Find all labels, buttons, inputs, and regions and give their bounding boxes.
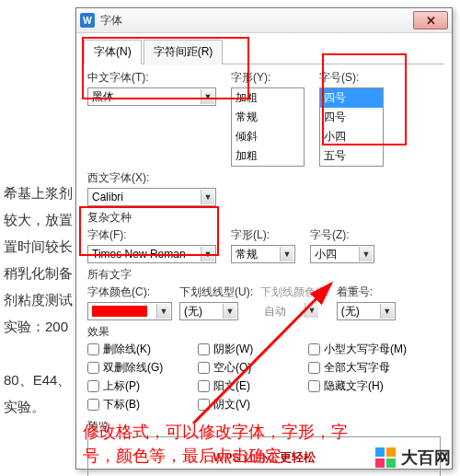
chk-shadow[interactable]: 阴影(W)	[198, 342, 308, 357]
logo-icon	[375, 447, 396, 468]
emphasis-combo[interactable]: (无) ▼	[337, 302, 396, 320]
complex-size-value: 小四	[315, 247, 337, 262]
chevron-down-icon: ▼	[201, 247, 214, 261]
chk-strike[interactable]: 删除线(K)	[87, 342, 198, 357]
chk-dblstrike[interactable]: 双删除线(G)	[87, 360, 198, 376]
size-opt-0[interactable]: 四号	[320, 108, 383, 127]
chk-superscript[interactable]: 上标(P)	[87, 378, 198, 394]
style-opt-3[interactable]: 加粗	[232, 146, 304, 166]
chevron-down-icon: ▼	[305, 303, 318, 318]
font-dialog: W 字体 ✕ 字体(N) 字符间距(R) 中文字体(T): 黑体 ▼ 字形(Y)…	[75, 7, 453, 470]
western-font-combo[interactable]: Calibri ▼	[87, 188, 216, 206]
chk-engrave[interactable]: 阴文(V)	[198, 397, 308, 412]
annotation-text: 修改格式，可以修改字体，字形，字 号，颜色等，最后点击确定	[83, 420, 377, 468]
chinese-font-value: 黑体	[92, 89, 114, 105]
complex-style-combo[interactable]: 常规 ▼	[231, 245, 295, 263]
section-all-text: 所有文字	[87, 267, 441, 283]
chevron-down-icon: ▼	[201, 190, 214, 204]
dialog-titlebar: W 字体 ✕	[76, 8, 452, 33]
underline-style-combo[interactable]: (无) ▼	[179, 302, 238, 320]
chk-subscript[interactable]: 下标(B)	[87, 397, 198, 412]
font-color-combo[interactable]: ▼	[87, 302, 172, 320]
label-complex-style: 字形(L):	[231, 227, 295, 243]
section-complex: 复杂文种	[87, 210, 441, 226]
tab-spacing[interactable]: 字符间距(R)	[144, 40, 224, 64]
effects-grid: 删除线(K) 阴影(W) 小型大写字母(M) 双删除线(G) 空心(O) 全部大…	[87, 342, 441, 415]
complex-size-combo[interactable]: 小四 ▼	[310, 245, 374, 263]
site-logo: 大百网	[375, 447, 451, 469]
chk-hidden[interactable]: 隐藏文字(H)	[308, 378, 419, 394]
label-chinese-font: 中文字体(T):	[87, 70, 216, 86]
emphasis-value: (无)	[341, 304, 360, 319]
section-effects: 效果	[87, 324, 441, 340]
logo-text: 大百网	[401, 447, 451, 469]
chinese-font-combo[interactable]: 黑体 ▼	[87, 87, 216, 106]
chk-emboss[interactable]: 阳文(E)	[198, 378, 308, 394]
label-font-style: 字形(Y):	[231, 70, 305, 86]
label-complex-font: 字体(F):	[87, 227, 216, 243]
chevron-down-icon: ▼	[359, 247, 373, 261]
font-style-list[interactable]: 加粗 常规 倾斜 加粗	[231, 87, 305, 167]
style-opt-1[interactable]: 常规	[232, 108, 304, 127]
label-underline-style: 下划线线型(U):	[179, 284, 253, 300]
size-selected[interactable]: 四号	[320, 88, 383, 108]
close-icon: ✕	[426, 14, 436, 28]
label-font-size: 字号(S):	[319, 70, 384, 86]
underline-color-value: 自动	[264, 304, 286, 319]
label-complex-size: 字号(Z):	[310, 227, 374, 243]
size-opt-2[interactable]: 五号	[320, 146, 383, 166]
label-font-color: 字体颜色(C):	[87, 284, 172, 300]
complex-font-combo[interactable]: Times New Roman ▼	[87, 245, 216, 263]
chevron-down-icon: ▼	[223, 304, 236, 319]
label-emphasis: 着重号:	[337, 284, 396, 300]
dialog-title: 字体	[100, 13, 413, 29]
chk-smallcaps[interactable]: 小型大写字母(M)	[308, 342, 419, 357]
size-opt-1[interactable]: 小四	[320, 127, 383, 146]
tab-font[interactable]: 字体(N)	[84, 40, 142, 64]
underline-style-value: (无)	[184, 304, 202, 319]
style-opt-0[interactable]: 加粗	[232, 88, 304, 108]
chevron-down-icon: ▼	[380, 304, 394, 319]
complex-font-value: Times New Roman	[92, 248, 186, 261]
tab-bar: 字体(N) 字符间距(R)	[84, 39, 444, 64]
app-icon: W	[80, 13, 95, 28]
chk-allcaps[interactable]: 全部大写字母	[308, 360, 419, 376]
chevron-down-icon: ▼	[156, 304, 170, 319]
chk-hollow[interactable]: 空心(O)	[198, 360, 308, 376]
close-button[interactable]: ✕	[413, 11, 448, 29]
color-swatch-red	[92, 306, 147, 317]
chevron-down-icon: ▼	[280, 247, 293, 261]
label-western-font: 西文字体(X):	[87, 170, 216, 186]
style-opt-2[interactable]: 倾斜	[232, 127, 304, 146]
chevron-down-icon: ▼	[201, 89, 214, 104]
complex-style-value: 常规	[236, 247, 258, 262]
western-font-value: Calibri	[92, 191, 123, 203]
underline-color-combo: 自动 ▼	[260, 302, 319, 320]
font-size-list[interactable]: 四号 四号 小四 五号	[319, 87, 384, 167]
label-underline-color: 下划线颜色(I):	[260, 284, 329, 300]
